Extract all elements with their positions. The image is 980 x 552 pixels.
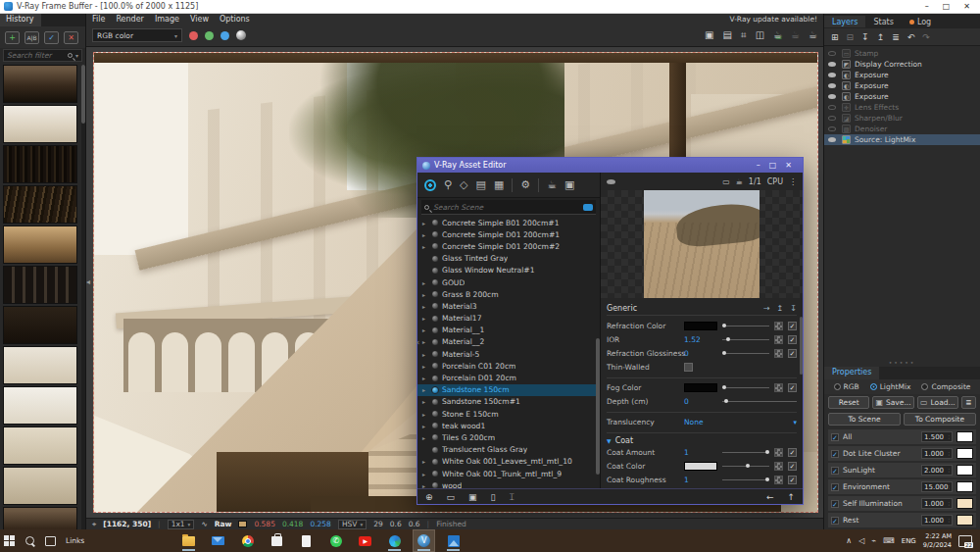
generic-section-header[interactable]: Generic → ↥ ↧ bbox=[607, 301, 797, 316]
material-item[interactable]: ▸White Oak 001_Trunk_mtl_mtl_9 bbox=[417, 468, 600, 479]
properties-scrollbar[interactable] bbox=[800, 317, 803, 374]
color-swatch[interactable] bbox=[956, 515, 973, 526]
texture-map-icon[interactable] bbox=[774, 462, 783, 471]
blue-channel-icon[interactable] bbox=[220, 31, 229, 40]
checkbox[interactable]: ✓ bbox=[788, 322, 797, 330]
up-arrow-icon[interactable]: ↑ bbox=[787, 490, 795, 504]
value-input[interactable]: 1.500∶ bbox=[921, 431, 953, 442]
save-button[interactable]: ▣Save... bbox=[872, 396, 913, 409]
material-item[interactable]: ▸Sandstone 150cm bbox=[417, 384, 600, 396]
property-value[interactable]: 1 bbox=[684, 448, 717, 457]
to-scene-button[interactable]: To Scene bbox=[828, 413, 901, 426]
render-last-icon[interactable]: ☕ bbox=[773, 28, 782, 42]
geometry-icon[interactable]: ◇ bbox=[460, 178, 467, 191]
coat-section-header[interactable]: ▼ Coat bbox=[607, 432, 797, 445]
tab-log[interactable]: Log bbox=[902, 16, 939, 27]
checkbox[interactable]: ✓ bbox=[831, 517, 839, 525]
expand-arrow-icon[interactable]: ▸ bbox=[422, 363, 428, 370]
material-item[interactable]: ▸White Oak 001_Leaves_mtl_mtl_10 bbox=[417, 456, 600, 468]
spinner-icon[interactable]: ∶ bbox=[948, 433, 950, 440]
material-item[interactable]: ▸Material17 bbox=[417, 313, 600, 325]
back-arrow-icon[interactable]: ← bbox=[766, 490, 774, 504]
duplicate-layer-icon[interactable]: ⊟ bbox=[847, 30, 855, 44]
region-render-icon[interactable]: ⌗ bbox=[741, 28, 747, 42]
save-asset-icon[interactable]: ▣ bbox=[468, 490, 477, 504]
value-input[interactable]: 1.000∶ bbox=[921, 498, 953, 509]
maximize-button[interactable]: □ bbox=[943, 0, 951, 14]
keyboard-icon[interactable]: ⌨ bbox=[883, 536, 895, 545]
material-item[interactable]: ▸Porcelain C01 20cm bbox=[417, 360, 600, 372]
word-app-icon[interactable] bbox=[296, 530, 317, 551]
property-value[interactable]: 1.52 bbox=[684, 335, 717, 344]
menu-file[interactable]: File bbox=[92, 15, 105, 24]
checkbox[interactable]: ✓ bbox=[788, 448, 797, 457]
store-app-icon[interactable] bbox=[267, 530, 287, 551]
delete-asset-icon[interactable]: ▯ bbox=[491, 490, 496, 504]
slider-handle[interactable] bbox=[724, 399, 728, 403]
property-value[interactable]: 0 bbox=[684, 397, 717, 406]
pick-point-icon[interactable]: ⌖ bbox=[92, 520, 96, 529]
filter-toggle-icon[interactable] bbox=[583, 204, 593, 211]
lights-icon[interactable]: ⚲ bbox=[444, 178, 452, 191]
render-icon[interactable]: ☕ bbox=[547, 178, 557, 191]
history-scrollbar[interactable] bbox=[81, 65, 85, 529]
tray-chevron-icon[interactable]: ∧ bbox=[846, 536, 852, 545]
whatsapp-app-icon[interactable]: ✆ bbox=[325, 530, 346, 551]
notification-center-icon[interactable]: 22 bbox=[958, 535, 972, 547]
history-thumbnail[interactable] bbox=[3, 266, 77, 304]
visibility-toggle[interactable] bbox=[828, 51, 836, 56]
layer-row[interactable]: ✛Lens Effects bbox=[824, 102, 980, 113]
settings-icon[interactable]: ⚙ bbox=[520, 178, 530, 191]
expand-arrow-icon[interactable]: ▸ bbox=[422, 291, 428, 298]
checkbox[interactable]: ✓ bbox=[788, 383, 797, 392]
mail-app-icon[interactable] bbox=[208, 530, 228, 551]
material-item[interactable]: ▸Tiles G 200cm bbox=[417, 431, 600, 443]
chevron-down-icon[interactable]: ▾ bbox=[75, 52, 78, 59]
menu-image[interactable]: Image bbox=[155, 15, 179, 24]
spinner-icon[interactable]: ∶ bbox=[948, 450, 950, 457]
layer-row[interactable]: ◪Sharpen/Blur bbox=[824, 113, 980, 124]
slider-handle[interactable] bbox=[765, 450, 769, 454]
volume-icon[interactable]: ◁ bbox=[858, 536, 864, 545]
task-view-icon[interactable] bbox=[45, 536, 56, 546]
texture-map-icon[interactable] bbox=[774, 322, 783, 330]
reset-button[interactable]: Reset bbox=[828, 396, 869, 409]
menu-view[interactable]: View bbox=[190, 15, 209, 24]
expand-arrow-icon[interactable]: ▸ bbox=[422, 326, 428, 333]
edge-app-icon[interactable] bbox=[384, 530, 405, 551]
eye-icon[interactable] bbox=[607, 179, 615, 184]
slider[interactable] bbox=[722, 353, 769, 354]
texture-map-icon[interactable] bbox=[774, 335, 783, 344]
add-layer-up-icon[interactable]: ↥ bbox=[777, 304, 784, 313]
expand-arrow-icon[interactable]: ▸ bbox=[422, 279, 428, 286]
slider[interactable] bbox=[722, 452, 769, 453]
compare-horizontal-icon[interactable]: ◫ bbox=[756, 28, 764, 42]
value-input[interactable]: 15.000∶ bbox=[921, 481, 953, 492]
expand-arrow-icon[interactable]: ▸ bbox=[422, 315, 428, 322]
visibility-toggle[interactable] bbox=[828, 83, 836, 88]
render-elements-icon[interactable]: ▦ bbox=[494, 178, 504, 191]
add-layer-icon[interactable]: ⊞ bbox=[831, 30, 839, 44]
value-input[interactable]: 1.000∶ bbox=[921, 515, 953, 526]
load-layers-icon[interactable]: ↥ bbox=[877, 30, 885, 44]
material-item[interactable]: ▸GOUD bbox=[417, 276, 600, 288]
expand-arrow-icon[interactable]: ▸ bbox=[422, 375, 428, 381]
menu-options[interactable]: Options bbox=[220, 15, 250, 24]
history-search-input[interactable]: Search filter ▾ bbox=[3, 49, 82, 62]
mode-rgb[interactable]: RGB bbox=[834, 382, 859, 391]
color-swatch[interactable] bbox=[684, 322, 717, 330]
spinner-icon[interactable]: ∶ bbox=[948, 467, 950, 474]
ab-compare-icon[interactable]: A|B bbox=[24, 31, 39, 44]
to-composite-button[interactable]: To Composite bbox=[904, 413, 976, 426]
value-input[interactable]: 1.000∶ bbox=[921, 448, 953, 459]
scene-search-input[interactable]: Search Scene bbox=[421, 200, 596, 215]
expand-arrow-icon[interactable]: ▸ bbox=[422, 351, 428, 358]
checkbox[interactable]: ✓ bbox=[831, 483, 839, 491]
mono-channel-icon[interactable] bbox=[236, 30, 246, 40]
history-thumbnail[interactable] bbox=[3, 145, 77, 183]
slider-handle[interactable] bbox=[726, 337, 730, 341]
material-item[interactable]: ▸Concrete Simple D01 200cm#1 bbox=[417, 228, 600, 240]
color-swatch[interactable] bbox=[956, 465, 973, 476]
undo-icon[interactable]: ↶ bbox=[907, 30, 915, 44]
network-icon[interactable]: ⌁ bbox=[871, 536, 876, 545]
